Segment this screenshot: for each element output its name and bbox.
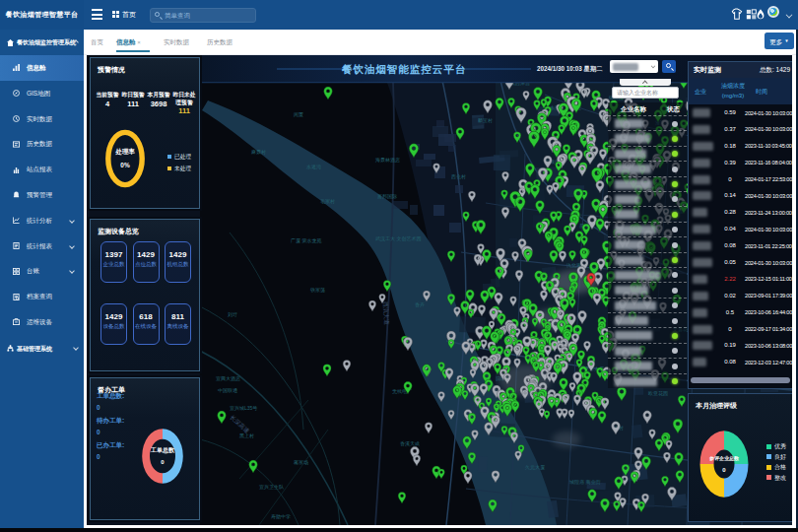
- svg-text:广厦 荣水龙苑: 广厦 荣水龙苑: [291, 237, 321, 244]
- svg-text:中国联通: 中国联通: [218, 387, 237, 394]
- svg-text:西仓村: 西仓村: [451, 173, 466, 180]
- svg-text:麟宝村: 麟宝村: [478, 117, 493, 124]
- svg-text:欧亚花园: 欧亚花园: [648, 390, 668, 397]
- svg-text:寿助中学: 寿助中学: [271, 513, 291, 520]
- svg-text:闲置: 闲置: [294, 111, 303, 118]
- svg-text:香卉: 香卉: [415, 301, 425, 307]
- svg-text:富邦国际: 富邦国际: [377, 193, 397, 200]
- svg-text:铁家荡: 铁家荡: [310, 287, 325, 294]
- svg-text:蒋家场: 蒋家场: [294, 459, 308, 466]
- svg-text:香溪天成: 香溪天成: [400, 440, 420, 447]
- svg-text:餐饮油烟智能监控云平台: 餐饮油烟智能监控云平台: [342, 63, 467, 75]
- svg-text:久元大厦: 久元大厦: [525, 464, 545, 471]
- svg-text:麻聂村: 麻聂村: [251, 149, 266, 156]
- svg-text:水返湾: 水返湾: [306, 164, 321, 170]
- svg-text:宜兴城L35号: 宜兴城L35号: [230, 405, 257, 411]
- svg-text:刘圩: 刘圩: [228, 311, 237, 318]
- svg-text:宜興大酒店: 宜興大酒店: [216, 375, 240, 382]
- svg-text:城隍庙 商业街: 城隍庙 商业街: [568, 479, 600, 486]
- svg-text:武汉工大 文创艺术园: 武汉工大 文创艺术园: [375, 235, 421, 242]
- svg-text:宜兴卫生队: 宜兴卫生队: [259, 484, 285, 490]
- svg-text:2024/1/30 10:03 星期二: 2024/1/30 10:03 星期二: [537, 65, 603, 73]
- svg-text:毛家村: 毛家村: [320, 198, 335, 205]
- svg-text:海聂林酒店: 海聂林酒店: [375, 157, 400, 164]
